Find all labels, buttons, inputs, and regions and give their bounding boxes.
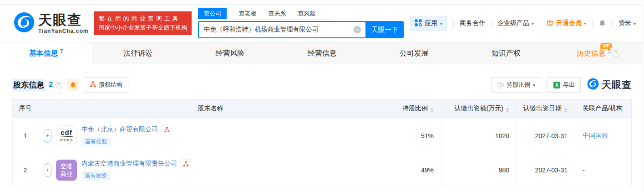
user-menu[interactable]: 费米 ▾ xyxy=(619,19,636,27)
open-vip-button[interactable]: 开通会员 ▾ xyxy=(546,19,586,27)
holding-ratio-dropdown[interactable]: ? 持股比例 ▾ xyxy=(491,77,541,93)
search-tab-company[interactable]: 查公司 xyxy=(198,8,227,19)
amount-cell: 1020 xyxy=(441,118,517,154)
org-chart-icon xyxy=(90,81,96,89)
tab-label: 公司发展 xyxy=(400,49,429,58)
logo-caption: 中免集团 xyxy=(56,138,76,142)
logo-text: cdf xyxy=(56,129,76,136)
header-shareholder-name: 股东名称 xyxy=(38,99,383,118)
equity-structure-label: 股权结构 xyxy=(99,81,122,89)
tab-label: 历史信息 xyxy=(577,49,606,58)
clear-icon[interactable]: × xyxy=(354,26,361,33)
tab-label: 法律诉讼 xyxy=(123,49,152,58)
related-cell: - xyxy=(575,154,632,186)
company-tabbar: 基本信息 7 法律诉讼 经营风险 经营信息 公司发展 知识产权 历史信息 VIP… xyxy=(0,42,644,64)
tab-company-development[interactable]: 公司发展 xyxy=(368,42,460,64)
holding-ratio-label: 持股比例 xyxy=(507,81,530,89)
tab-intellectual-property[interactable]: 知识产权 xyxy=(460,42,552,64)
equity-chart-icon[interactable] xyxy=(181,159,191,168)
header-seq: 序号 xyxy=(13,99,38,118)
related-product-link[interactable]: 中国国旅 xyxy=(583,132,608,139)
amount-cell: 980 xyxy=(441,154,517,186)
enterprise-label: 企业级产品 xyxy=(497,19,529,27)
username: 费米 xyxy=(619,19,631,27)
subscribe-bell-icon[interactable] xyxy=(67,79,79,91)
search-tab-relation[interactable]: 查关系 xyxy=(268,8,286,19)
avatar-line2: 商业 xyxy=(56,170,77,178)
header-ratio[interactable]: 持股比例 xyxy=(383,99,441,118)
notification-bell-icon[interactable] xyxy=(598,20,606,27)
tianyancha-swirl-icon xyxy=(587,78,599,92)
search-tab-boss[interactable]: 查老板 xyxy=(238,8,256,19)
nav-divider xyxy=(453,20,454,27)
ratio-cell: 51% xyxy=(383,118,441,154)
chevron-down-icon: ▾ xyxy=(584,21,586,26)
sort-icon[interactable] xyxy=(564,108,568,113)
search-input-wrap: × xyxy=(198,21,365,38)
shareholder-table: 序号 股东名称 持股比例 认缴出资额(万元) 认缴出资日期 关联产品/机构 1 … xyxy=(12,99,632,186)
nav-divider xyxy=(592,20,593,27)
section-title: 股东信息 xyxy=(12,79,45,91)
export-button[interactable]: X 导出 xyxy=(548,77,581,93)
header-related: 关联产品/机构 xyxy=(575,99,632,118)
search-button[interactable]: 天眼一下 xyxy=(365,21,404,38)
brand-name: 天眼查 xyxy=(38,13,88,27)
scrollbar[interactable] xyxy=(642,0,644,192)
tianyancha-logo[interactable]: 天眼查 TianYanCha.com xyxy=(14,12,88,35)
brand-domain: TianYanCha.com xyxy=(38,28,88,34)
equity-structure-button[interactable]: 股权结构 xyxy=(84,77,128,93)
avatar-line1: 空港 xyxy=(56,162,77,170)
expand-button[interactable]: + xyxy=(44,129,51,143)
apps-grid-icon xyxy=(415,19,422,28)
top-divider xyxy=(0,0,644,5)
tab-legal[interactable]: 法律诉讼 xyxy=(92,42,184,64)
nav-enterprise[interactable]: 企业级产品 ▾ xyxy=(497,19,534,27)
nav-cooperation[interactable]: 商务合作 xyxy=(460,19,485,27)
promo-banner: 都在用的商业查询工具 国家中小企业发展子基金旗下机构 xyxy=(94,11,192,35)
shareholder-link[interactable]: 中免（北京）商贸有限公司 xyxy=(81,125,158,134)
apps-label: 应用 xyxy=(425,19,437,27)
tianyancha-swirl-icon xyxy=(14,12,35,35)
tab-operating-risk[interactable]: 经营风险 xyxy=(184,42,276,64)
tab-label: 经营风险 xyxy=(215,49,244,58)
section-count: 2 xyxy=(49,81,53,89)
sort-icon[interactable] xyxy=(430,108,434,113)
promo-line2: 国家中小企业发展子基金旗下机构 xyxy=(98,23,187,32)
watermark-logo: 天眼查 xyxy=(587,78,632,92)
promo-line1: 都在用的商业查询工具 xyxy=(98,14,187,23)
tab-label: 知识产权 xyxy=(492,49,521,58)
nav-divider xyxy=(491,20,492,27)
search-tab-risk[interactable]: 查风险 xyxy=(298,8,315,19)
main-header: 天眼查 TianYanCha.com 都在用的商业查询工具 国家中小企业发展子基… xyxy=(0,5,644,42)
help-icon[interactable]: ? xyxy=(56,82,62,88)
tab-operating-info[interactable]: 经营信息 xyxy=(276,42,368,64)
search-tabs: 查公司 查老板 查关系 查风险 xyxy=(198,8,331,20)
chevron-down-icon: ▾ xyxy=(532,21,534,26)
apps-menu[interactable]: 应用 ▾ xyxy=(410,16,447,31)
header-date[interactable]: 认缴出资日期 xyxy=(517,99,575,118)
tab-count: 7 xyxy=(60,48,63,55)
chevron-down-icon: ▾ xyxy=(634,21,636,26)
expand-button[interactable]: + xyxy=(44,163,51,177)
tab-basic-info[interactable]: 基本信息 7 xyxy=(0,42,92,64)
top-right-nav: 应用 ▾ 商务合作 企业级产品 ▾ 开通会员 ▾ xyxy=(410,16,636,31)
header-label: 认缴出资额(万元) xyxy=(455,104,503,112)
search-input[interactable] xyxy=(203,26,354,33)
shareholder-link[interactable]: 内蒙古空港商业管理有限责任公司 xyxy=(81,160,177,168)
tab-label: 基本信息 xyxy=(29,49,58,58)
state-owned-tag: 国有独资 xyxy=(81,171,111,181)
sort-icon[interactable] xyxy=(506,108,509,113)
export-label: 导出 xyxy=(563,81,575,89)
equity-chart-icon[interactable] xyxy=(162,125,172,134)
tab-count: 5 xyxy=(608,48,611,55)
seq-cell: 1 xyxy=(13,118,38,154)
date-cell: 2027-03-31 xyxy=(517,118,575,154)
header-amount[interactable]: 认缴出资额(万元) xyxy=(441,99,517,118)
ratio-cell: 49% xyxy=(383,154,441,186)
nav-divider xyxy=(612,20,613,27)
help-icon[interactable]: ? xyxy=(613,50,619,57)
crown-icon xyxy=(546,19,554,27)
tab-history-info[interactable]: 历史信息 VIP 5 ? xyxy=(552,42,644,64)
chevron-down-icon: ▾ xyxy=(533,83,535,88)
state-owned-tag: 国有控股 xyxy=(81,137,111,146)
